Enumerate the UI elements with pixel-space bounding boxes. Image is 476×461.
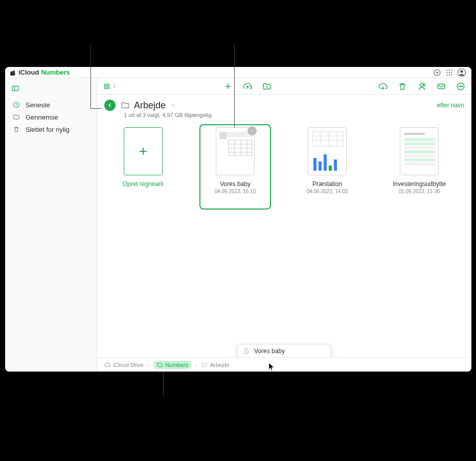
delete-icon[interactable] xyxy=(398,82,407,91)
svg-rect-17 xyxy=(107,87,109,89)
create-spreadsheet-tile[interactable]: + Opret regneark xyxy=(107,127,179,188)
callout-line xyxy=(163,372,164,396)
file-grid: + Opret regneark ⋯ xyxy=(97,125,471,196)
file-tile[interactable]: Investeringsudbytte 01.06.2023, 11.36 xyxy=(383,127,455,194)
svg-rect-26 xyxy=(219,132,226,139)
view-switcher[interactable] xyxy=(103,83,117,90)
account-icon[interactable] xyxy=(457,68,466,77)
file-timestamp: 04.06.2023, 16.10 xyxy=(215,189,256,194)
file-name: Præstation xyxy=(312,180,342,188)
compose-icon[interactable] xyxy=(433,68,442,77)
breadcrumb-item[interactable]: iCloud Drive xyxy=(104,362,144,368)
callout-line xyxy=(90,108,102,109)
create-label: Opret regneark xyxy=(123,180,164,188)
apple-logo-icon xyxy=(10,70,16,76)
folder-header: Arbejde efter navn xyxy=(97,95,471,112)
breadcrumb-label: Numbers xyxy=(166,362,189,368)
collaborate-icon[interactable] xyxy=(417,82,426,91)
toolbar xyxy=(97,78,471,95)
file-timestamp: 04.06.2023, 14.02 xyxy=(307,189,348,194)
toolbar-center xyxy=(223,82,271,91)
svg-point-19 xyxy=(423,84,425,86)
file-thumbnail xyxy=(308,127,347,175)
add-icon[interactable] xyxy=(223,82,233,91)
app-window: iCloud Numbers Seneste xyxy=(5,67,471,372)
folder-name: Arbejde xyxy=(134,100,166,111)
brand-cloud: iCloud xyxy=(18,68,39,76)
svg-rect-42 xyxy=(324,154,327,171)
svg-point-4 xyxy=(446,72,447,73)
svg-point-2 xyxy=(449,70,450,71)
file-name: Investeringsudbytte xyxy=(393,180,446,188)
svg-rect-12 xyxy=(12,86,18,90)
svg-rect-20 xyxy=(438,84,445,88)
folder-icon xyxy=(12,113,20,121)
brand-app: Numbers xyxy=(41,68,70,76)
svg-rect-49 xyxy=(404,150,435,153)
sidebar-toggle-icon[interactable] xyxy=(9,82,21,95)
sidebar-item-browse[interactable]: Gennemse xyxy=(5,111,97,123)
svg-rect-43 xyxy=(329,166,332,171)
chevron-down-icon[interactable] xyxy=(170,102,176,108)
sidebar-item-label: Gennemse xyxy=(26,113,58,121)
svg-rect-16 xyxy=(104,87,106,89)
sidebar-item-label: Slettet for nylig xyxy=(26,126,70,133)
svg-rect-41 xyxy=(319,162,322,171)
new-folder-icon[interactable] xyxy=(262,82,271,91)
upload-cloud-icon[interactable] xyxy=(243,82,252,91)
file-name: Vores baby xyxy=(220,180,251,188)
cursor-icon xyxy=(269,363,275,369)
tile-more-icon[interactable]: ⋯ xyxy=(247,126,257,135)
folder-icon xyxy=(201,362,208,368)
sidebar: Seneste Gennemse Slettet for nylig xyxy=(5,78,97,372)
trash-icon xyxy=(12,125,20,133)
toolbar-right xyxy=(378,82,465,91)
svg-rect-51 xyxy=(404,158,435,162)
svg-point-1 xyxy=(446,70,447,71)
callout-line xyxy=(234,45,235,128)
chevron-right-icon: › xyxy=(148,362,150,368)
breadcrumb: iCloud Drive › Numbers › Arbejde xyxy=(97,357,471,372)
app-brand: iCloud Numbers xyxy=(10,68,70,76)
breadcrumb-label: iCloud Drive xyxy=(113,362,144,368)
svg-rect-14 xyxy=(104,84,106,86)
back-button[interactable] xyxy=(104,100,116,111)
apps-grid-icon[interactable] xyxy=(445,68,454,77)
svg-rect-15 xyxy=(107,84,109,86)
svg-rect-47 xyxy=(404,142,435,145)
svg-point-22 xyxy=(459,86,460,87)
mail-icon[interactable] xyxy=(437,82,446,91)
svg-point-23 xyxy=(460,86,461,87)
main-area: Arbejde efter navn 1 ud af 3 valgt, 4,97… xyxy=(97,78,471,372)
more-icon[interactable] xyxy=(456,82,465,91)
breadcrumb-item[interactable]: Numbers xyxy=(154,361,192,369)
svg-point-8 xyxy=(449,74,450,75)
drag-ghost: Vores baby xyxy=(237,344,331,358)
svg-point-7 xyxy=(446,74,447,75)
svg-point-11 xyxy=(460,70,463,73)
svg-rect-27 xyxy=(229,140,252,155)
clock-icon xyxy=(12,101,20,109)
document-icon xyxy=(243,348,250,355)
svg-rect-50 xyxy=(404,154,435,157)
file-thumbnail xyxy=(400,127,439,175)
folder-icon xyxy=(121,101,130,110)
plus-icon: + xyxy=(139,143,147,159)
folder-title[interactable]: Arbejde xyxy=(121,100,176,111)
sort-button[interactable]: efter navn xyxy=(437,102,464,109)
cloud-icon xyxy=(104,362,110,368)
file-tile[interactable]: Præstation 04.06.2023, 14.02 xyxy=(291,127,363,194)
svg-point-24 xyxy=(462,86,463,87)
sidebar-item-recent[interactable]: Seneste xyxy=(5,99,97,111)
breadcrumb-item[interactable]: Arbejde xyxy=(201,362,230,368)
chevron-right-icon: › xyxy=(195,362,197,368)
svg-point-6 xyxy=(451,72,452,73)
svg-rect-34 xyxy=(312,132,343,146)
download-cloud-icon[interactable] xyxy=(378,82,388,91)
titlebar: iCloud Numbers xyxy=(5,67,471,78)
file-tile[interactable]: ⋯ xyxy=(199,127,271,194)
sidebar-item-trash[interactable]: Slettet for nylig xyxy=(5,123,97,135)
svg-rect-48 xyxy=(404,146,435,149)
folder-icon xyxy=(157,362,163,368)
drag-ghost-label: Vores baby xyxy=(254,348,285,355)
